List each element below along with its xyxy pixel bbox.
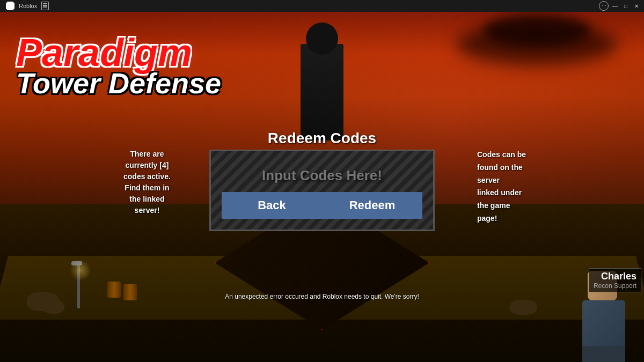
barrel-2	[123, 284, 137, 300]
modal-title: Redeem Codes	[209, 130, 435, 147]
minimize-button[interactable]: —	[611, 2, 619, 10]
title-bar-left: Roblox	[3, 1, 52, 11]
modal-body: Back Redeem	[209, 150, 435, 231]
code-input[interactable]	[222, 162, 422, 189]
avatar-name: Charles	[594, 271, 636, 282]
game-background: Paradigm Tower Defense There arecurrentl…	[0, 12, 644, 362]
error-message: An unexpected error occured and Roblox n…	[225, 293, 419, 300]
roblox-logo-icon	[6, 2, 14, 10]
title-bar: Roblox ⋯ — □ ✕	[0, 0, 644, 12]
title-bar-title: Roblox	[19, 3, 37, 9]
avatar-name-badge: Charles Recon Support	[589, 268, 641, 292]
settings-circle-icon[interactable]: ⋯	[599, 1, 609, 11]
avatar-body	[582, 300, 625, 349]
can-be-text: Codes can befound on theserverlinked und…	[477, 150, 526, 223]
rock-2	[43, 300, 64, 314]
avatar-subtitle: Recon Support	[594, 282, 636, 290]
back-button[interactable]: Back	[222, 192, 322, 219]
cloud-2	[483, 14, 590, 47]
redeem-codes-modal: Redeem Codes Back Redeem	[209, 130, 435, 231]
close-button[interactable]: ✕	[632, 2, 641, 10]
lamp-glow	[70, 260, 91, 281]
redeem-button[interactable]: Redeem	[322, 192, 422, 219]
document-icon	[41, 2, 49, 10]
title-bar-controls: ⋯ — □ ✕	[599, 1, 641, 11]
rock-3	[510, 300, 537, 315]
barrel-1	[107, 282, 121, 298]
game-logo: Paradigm Tower Defense	[16, 33, 221, 100]
logo-tower-defense: Tower Defense	[16, 67, 221, 100]
modal-buttons: Back Redeem	[222, 192, 422, 219]
tower-silhouette	[301, 44, 343, 141]
maximize-button[interactable]: □	[621, 2, 630, 10]
lamp-post	[75, 262, 82, 308]
right-info-text: Codes can befound on theserverlinked und…	[477, 149, 526, 225]
avatar-legs	[582, 346, 625, 362]
left-info-text: There arecurrently [4]codes active.Find …	[123, 149, 171, 216]
currently-text: There arecurrently [4]codes active.Find …	[123, 150, 171, 215]
